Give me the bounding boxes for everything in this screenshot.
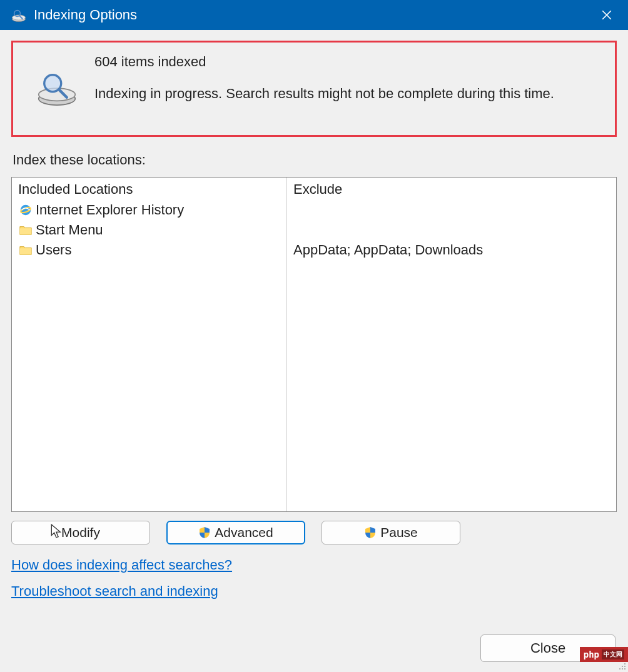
exclude-value <box>293 220 610 240</box>
items-indexed-count: 604 items indexed <box>94 54 604 70</box>
shield-icon <box>364 526 377 539</box>
list-item[interactable]: Users <box>18 240 280 260</box>
window-title: Indexing Options <box>34 7 592 23</box>
included-locations-header: Included Locations <box>18 181 280 198</box>
location-label: Internet Explorer History <box>36 202 184 218</box>
list-item[interactable]: Internet Explorer History <box>18 200 280 220</box>
ie-icon <box>18 203 33 218</box>
svg-point-13 <box>622 666 623 667</box>
modify-button[interactable]: Modify <box>11 521 150 544</box>
watermark-text: php <box>584 649 599 659</box>
shield-icon <box>198 526 211 539</box>
resize-grip-icon[interactable] <box>617 661 627 671</box>
help-link[interactable]: How does indexing affect searches? <box>11 557 232 573</box>
button-row: Modify Advanced <box>11 521 617 544</box>
index-locations-label: Index these locations: <box>13 152 617 168</box>
status-panel: 604 items indexed Indexing in progress. … <box>11 41 617 137</box>
modify-label: Modify <box>61 525 100 540</box>
close-icon[interactable] <box>592 0 622 30</box>
pause-label: Pause <box>380 525 418 540</box>
list-item[interactable]: Start Menu <box>18 220 280 240</box>
dialog-content: 604 items indexed Indexing in progress. … <box>0 30 628 672</box>
advanced-button[interactable]: Advanced <box>166 521 305 544</box>
indexing-options-icon <box>10 6 28 24</box>
svg-point-16 <box>622 668 623 669</box>
title-bar: Indexing Options <box>0 0 628 30</box>
included-locations-column: Included Locations Internet Explorer His… <box>12 178 287 511</box>
folder-icon <box>18 223 33 238</box>
watermark-cn: 中文网 <box>602 649 624 659</box>
pause-button[interactable]: Pause <box>322 521 460 544</box>
exclude-column: Exclude AppData; AppData; Downloads <box>287 178 616 511</box>
folder-icon <box>18 243 33 258</box>
indexing-status-message: Indexing in progress. Search results mig… <box>94 85 604 103</box>
svg-point-15 <box>619 668 620 669</box>
advanced-label: Advanced <box>215 525 273 540</box>
location-label: Users <box>36 242 71 258</box>
svg-point-14 <box>624 666 625 667</box>
svg-point-17 <box>624 668 625 669</box>
exclude-value: AppData; AppData; Downloads <box>293 240 610 260</box>
exclude-header: Exclude <box>293 181 610 198</box>
locations-list: Included Locations Internet Explorer His… <box>11 177 617 512</box>
troubleshoot-link[interactable]: Troubleshoot search and indexing <box>11 583 218 599</box>
exclude-value <box>293 200 610 220</box>
location-label: Start Menu <box>36 222 103 238</box>
drive-search-icon <box>34 65 79 110</box>
svg-point-12 <box>624 663 625 664</box>
watermark-badge: php 中文网 <box>580 647 628 662</box>
